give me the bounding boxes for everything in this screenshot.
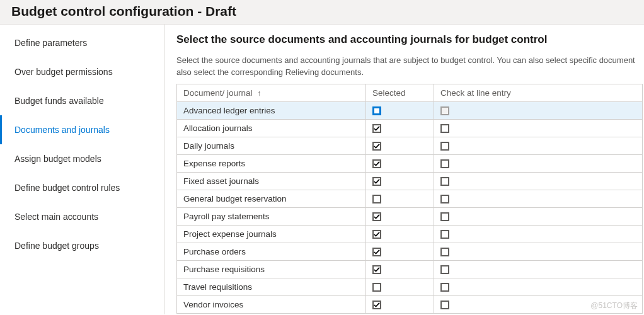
check-line-cell [434,207,643,225]
check-line-checkbox[interactable] [440,248,449,256]
sidebar-item-label: Define budget control rules [14,183,120,193]
document-name: Advanced ledger entries [183,106,275,115]
checkmark-icon [374,161,380,167]
column-header-selected-label: Selected [372,88,406,98]
check-line-checkbox[interactable] [440,212,449,221]
check-line-cell [434,137,643,154]
document-name: Allocation journals [183,123,253,133]
sidebar-item-label: Select main accounts [14,212,98,222]
selected-cell [366,172,434,190]
check-line-checkbox[interactable] [440,283,449,292]
selected-checkbox[interactable] [372,177,381,186]
check-line-cell [434,260,643,278]
check-line-checkbox[interactable] [440,177,449,186]
check-line-cell [434,119,643,137]
check-line-checkbox[interactable] [440,265,449,274]
document-name: Fixed asset journals [183,176,259,186]
sidebar-item-select-main-accounts[interactable]: Select main accounts [0,202,164,231]
selected-checkbox[interactable] [372,142,381,151]
table-row[interactable]: Expense reports [177,154,643,172]
table-row[interactable]: Purchase orders [177,243,643,260]
check-line-checkbox[interactable] [440,124,449,133]
selected-checkbox[interactable] [372,195,381,203]
selected-checkbox[interactable] [372,212,381,221]
check-line-cell [434,101,643,119]
selected-checkbox[interactable] [372,301,381,309]
document-name: Purchase requisitions [183,265,265,274]
sidebar-item-budget-funds-available[interactable]: Budget funds available [0,86,164,115]
document-cell: Purchase orders [177,243,366,260]
sidebar-item-label: Define parameters [14,38,87,48]
selected-checkbox[interactable] [372,124,381,133]
checkmark-icon [374,302,380,308]
checkmark-icon [374,249,380,255]
document-name: Payroll pay statements [183,212,270,221]
check-line-cell [434,295,643,313]
document-name: Vendor invoices [183,300,243,309]
check-line-checkbox[interactable] [440,195,449,203]
selected-cell [366,225,434,243]
selected-cell [366,260,434,278]
document-cell: Purchase requisitions [177,260,366,278]
table-row[interactable]: Advanced ledger entries [177,101,643,119]
selected-checkbox[interactable] [372,265,381,274]
selected-checkbox[interactable] [372,230,381,239]
column-header-selected[interactable]: Selected [366,84,434,101]
document-cell: Daily journals [177,137,366,154]
table-row[interactable]: Purchase requisitions [177,260,643,278]
document-cell: Advanced ledger entries [177,101,366,119]
sidebar-item-define-budget-control-rules[interactable]: Define budget control rules [0,173,164,202]
check-line-cell [434,172,643,190]
checkmark-icon [374,125,380,132]
table-row[interactable]: Project expense journals [177,225,643,243]
sidebar-item-over-budget-permissions[interactable]: Over budget permissions [0,57,164,86]
document-name: Expense reports [183,159,245,168]
document-cell: Fixed asset journals [177,172,366,190]
column-header-check-line[interactable]: Check at line entry [434,84,643,101]
column-header-document[interactable]: Document/ journal ↑ [177,84,366,101]
check-line-cell [434,225,643,243]
sidebar-item-label: Assign budget models [14,154,101,164]
column-header-document-label: Document/ journal [183,88,253,98]
checkmark-icon [374,231,380,238]
documents-table: Document/ journal ↑ Selected Check at li… [176,84,643,314]
page-header: Budget control configuration - Draft [0,0,644,25]
selected-cell [366,295,434,313]
sidebar-item-label: Define budget groups [14,241,99,251]
document-cell: Expense reports [177,154,366,172]
sidebar-item-documents-and-journals[interactable]: Documents and journals [0,115,164,144]
sidebar: Define parametersOver budget permissions… [0,25,165,314]
check-line-checkbox[interactable] [440,230,449,239]
sidebar-item-define-parameters[interactable]: Define parameters [0,28,164,57]
main-description-line1: Select the source documents and accounti… [176,55,635,65]
checkmark-icon [374,143,380,149]
sidebar-item-assign-budget-models[interactable]: Assign budget models [0,144,164,173]
page-title: Budget control configuration - Draft [11,4,633,19]
table-row[interactable]: General budget reservation [177,190,643,207]
check-line-cell [434,190,643,207]
main-heading: Select the source documents and accounti… [176,33,644,46]
table-row[interactable]: Fixed asset journals [177,172,643,190]
table-row[interactable]: Daily journals [177,137,643,154]
selected-cell [366,207,434,225]
check-line-checkbox[interactable] [440,159,449,168]
selected-checkbox[interactable] [372,159,381,168]
check-line-checkbox[interactable] [440,301,449,309]
check-line-cell [434,154,643,172]
selected-cell [366,119,434,137]
selected-checkbox[interactable] [372,283,381,292]
table-row[interactable]: Payroll pay statements [177,207,643,225]
selected-checkbox[interactable] [372,106,381,115]
selected-checkbox[interactable] [372,248,381,256]
document-name: Project expense journals [183,229,277,239]
sidebar-item-define-budget-groups[interactable]: Define budget groups [0,231,164,260]
table-row[interactable]: Allocation journals [177,119,643,137]
check-line-checkbox[interactable] [440,142,449,151]
main-panel: Select the source documents and accounti… [165,25,644,314]
check-line-checkbox [440,106,449,115]
table-row[interactable]: Travel requisitions [177,278,643,295]
main-description: Select the source documents and accounti… [176,55,644,79]
check-line-cell [434,243,643,260]
table-row[interactable]: Vendor invoices [177,295,643,313]
column-header-check-line-label: Check at line entry [440,88,511,98]
